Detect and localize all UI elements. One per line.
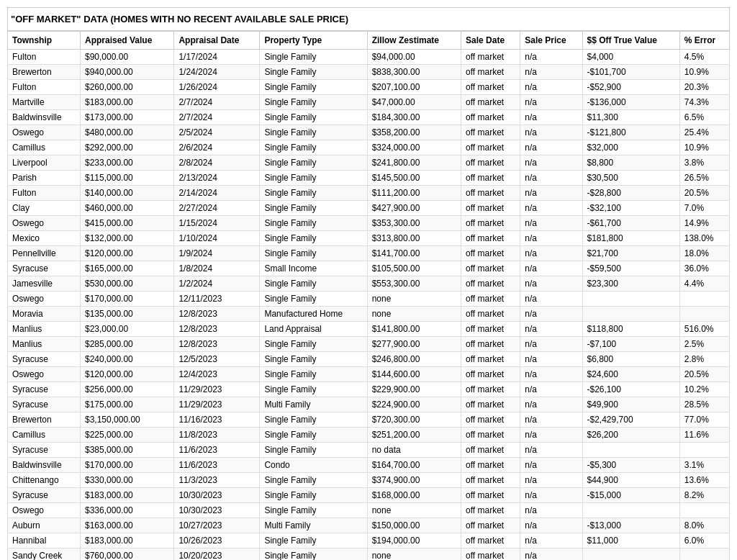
cell---error: 20.5% — [679, 367, 729, 382]
cell-appraised-value: $256,000.00 — [81, 382, 174, 397]
cell-sale-date: off market — [461, 261, 520, 276]
cell-sale-price: n/a — [520, 428, 582, 443]
cell----off-true-value: $181,800 — [582, 231, 679, 246]
cell-appraisal-date: 10/27/2023 — [174, 518, 260, 533]
cell-sale-price: n/a — [520, 518, 582, 533]
cell-zillow-zestimate: $184,300.00 — [367, 110, 461, 125]
cell-zillow-zestimate: $246,800.00 — [367, 352, 461, 367]
cell-zillow-zestimate: $47,000.00 — [367, 95, 461, 110]
cell-sale-date: off market — [461, 246, 520, 261]
cell-appraised-value: $120,000.00 — [81, 246, 174, 261]
cell-sale-price: n/a — [520, 548, 582, 561]
cell-sale-price: n/a — [520, 458, 582, 473]
cell-sale-date: off market — [461, 307, 520, 322]
cell-zillow-zestimate: $224,900.00 — [367, 397, 461, 412]
cell-sale-date: off market — [461, 50, 520, 65]
cell-appraisal-date: 10/26/2023 — [174, 533, 260, 548]
cell---error: 36.0% — [679, 261, 729, 276]
cell-sale-price: n/a — [520, 140, 582, 155]
cell-township: Jamesville — [8, 276, 81, 292]
cell----off-true-value: $26,200 — [582, 428, 679, 443]
cell-zillow-zestimate: $150,000.00 — [367, 518, 461, 533]
table-row: Fulton$90,000.001/17/2024Single Family$9… — [8, 50, 730, 65]
cell-property-type: Multi Family — [260, 518, 367, 533]
cell-appraised-value: $415,000.00 — [81, 216, 174, 231]
cell-sale-price: n/a — [520, 110, 582, 125]
cell---error: 8.2% — [679, 488, 729, 503]
cell-sale-date: off market — [461, 201, 520, 216]
cell----off-true-value: $30,500 — [582, 171, 679, 186]
cell-township: Clay — [8, 201, 81, 216]
cell----off-true-value: $8,800 — [582, 155, 679, 171]
cell-sale-price: n/a — [520, 337, 582, 352]
cell-appraisal-date: 12/8/2023 — [174, 307, 260, 322]
cell-property-type: Single Family — [260, 488, 367, 503]
table-row: Oswego$480,000.002/5/2024Single Family$3… — [8, 125, 730, 140]
cell-township: Fulton — [8, 186, 81, 201]
table-row: Martville$183,000.002/7/2024Single Famil… — [8, 95, 730, 110]
cell-sale-price: n/a — [520, 231, 582, 246]
cell-appraisal-date: 12/8/2023 — [174, 337, 260, 352]
cell-sale-price: n/a — [520, 443, 582, 458]
table-row: Syracuse$165,000.001/8/2024Small Income$… — [8, 261, 730, 276]
cell-appraisal-date: 12/11/2023 — [174, 292, 260, 307]
table-row: Oswego$120,000.0012/4/2023Single Family$… — [8, 367, 730, 382]
cell-sale-date: off market — [461, 125, 520, 140]
cell-appraised-value: $120,000.00 — [81, 367, 174, 382]
cell----off-true-value: $24,600 — [582, 367, 679, 382]
cell---error: 3.1% — [679, 458, 729, 473]
cell-zillow-zestimate: $207,100.00 — [367, 80, 461, 95]
cell-appraisal-date: 2/8/2024 — [174, 155, 260, 171]
cell-appraised-value: $165,000.00 — [81, 261, 174, 276]
cell-property-type: Single Family — [260, 337, 367, 352]
table-row: Liverpool$233,000.002/8/2024Single Famil… — [8, 155, 730, 171]
column-header-sale-price: Sale Price — [520, 32, 582, 50]
cell-sale-date: off market — [461, 488, 520, 503]
cell----off-true-value: -$2,429,700 — [582, 412, 679, 428]
cell-township: Martville — [8, 95, 81, 110]
cell----off-true-value: -$59,500 — [582, 261, 679, 276]
table-row: Manlius$23,000.0012/8/2023Land Appraisal… — [8, 322, 730, 337]
table-row: Mexico$132,000.001/10/2024Single Family$… — [8, 231, 730, 246]
cell---error: 7.0% — [679, 201, 729, 216]
cell-property-type: Single Family — [260, 140, 367, 155]
cell---error: 20.5% — [679, 186, 729, 201]
cell-sale-price: n/a — [520, 473, 582, 488]
cell-appraised-value: $175,000.00 — [81, 397, 174, 412]
cell----off-true-value — [582, 548, 679, 561]
column-header-appraisal-date: Appraisal Date — [174, 32, 260, 50]
cell----off-true-value: $49,900 — [582, 397, 679, 412]
column-header-appraised-value: Appraised Value — [81, 32, 174, 50]
table-row: Manlius$285,000.0012/8/2023Single Family… — [8, 337, 730, 352]
table-row: Camillus$292,000.002/6/2024Single Family… — [8, 140, 730, 155]
table-row: Pennellville$120,000.001/9/2024Single Fa… — [8, 246, 730, 261]
cell-sale-date: off market — [461, 428, 520, 443]
cell-property-type: Single Family — [260, 548, 367, 561]
cell-sale-date: off market — [461, 518, 520, 533]
cell-property-type: Single Family — [260, 352, 367, 367]
table-row: Camillus$225,000.0011/8/2023Single Famil… — [8, 428, 730, 443]
table-row: Syracuse$240,000.0012/5/2023Single Famil… — [8, 352, 730, 367]
cell-appraised-value: $260,000.00 — [81, 80, 174, 95]
cell-appraisal-date: 12/4/2023 — [174, 367, 260, 382]
cell-property-type: Single Family — [260, 276, 367, 292]
cell-township: Camillus — [8, 140, 81, 155]
cell-sale-date: off market — [461, 231, 520, 246]
cell-sale-date: off market — [461, 352, 520, 367]
cell---error: 4.4% — [679, 276, 729, 292]
cell-appraisal-date: 11/29/2023 — [174, 382, 260, 397]
cell-sale-date: off market — [461, 382, 520, 397]
cell-township: Parish — [8, 171, 81, 186]
table-row: Clay$460,000.002/27/2024Single Family$42… — [8, 201, 730, 216]
cell-sale-price: n/a — [520, 155, 582, 171]
cell-appraised-value: $460,000.00 — [81, 201, 174, 216]
cell-zillow-zestimate: $168,000.00 — [367, 488, 461, 503]
cell-sale-price: n/a — [520, 201, 582, 216]
cell---error — [679, 292, 729, 307]
cell-sale-price: n/a — [520, 50, 582, 65]
cell-sale-price: n/a — [520, 382, 582, 397]
cell----off-true-value: $118,800 — [582, 322, 679, 337]
column-header----off-true-value: $$ Off True Value — [582, 32, 679, 50]
table-row: Fulton$260,000.001/26/2024Single Family$… — [8, 80, 730, 95]
cell-property-type: Single Family — [260, 533, 367, 548]
